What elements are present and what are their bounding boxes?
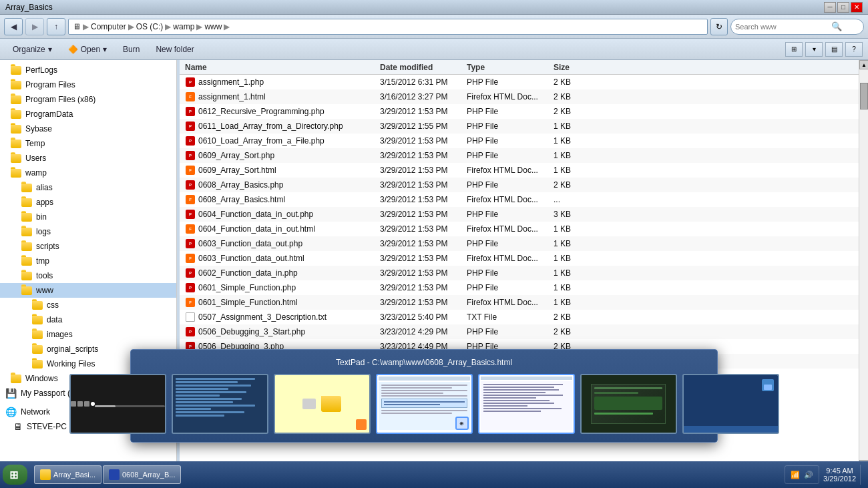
preview-pane-button[interactable]: ▤	[825, 42, 843, 57]
close-button[interactable]: ✕	[851, 2, 863, 13]
taskbar-popup: TextPad - C:\wamp\www\0608_Array_Basics.…	[130, 349, 718, 443]
file-type: PHP File	[467, 136, 554, 146]
view-arrow-button[interactable]: ▾	[805, 42, 823, 57]
search-input[interactable]	[735, 23, 829, 31]
address-path[interactable]: 🖥 ▶ Computer ▶ OS (C:) ▶ wamp ▶ www ▶	[68, 19, 708, 35]
burn-button[interactable]: Burn	[116, 41, 147, 58]
maximize-button[interactable]: □	[837, 2, 849, 13]
table-row[interactable]: P0609_Array_Sort.php 3/29/2012 1:53 PM P…	[180, 148, 859, 163]
thumb-desktop[interactable]	[682, 374, 779, 434]
table-row[interactable]: F0609_Array_Sort.html 3/29/2012 1:53 PM …	[180, 163, 859, 178]
sidebar-item-alias[interactable]: alias	[0, 180, 176, 195]
col-type-header[interactable]: Type	[467, 63, 554, 72]
breadcrumb-www[interactable]: www	[204, 22, 222, 31]
breadcrumb-drive[interactable]: OS (C:)	[136, 22, 164, 31]
sidebar-label: images	[47, 330, 73, 339]
view-options-button[interactable]: ⊞	[785, 42, 803, 57]
up-button[interactable]: ↑	[47, 18, 65, 35]
clock-date: 3/29/2012	[823, 475, 856, 483]
taskbar-task2[interactable]: 0608_Array_B...	[103, 465, 182, 484]
breadcrumb-computer[interactable]: Computer	[91, 22, 126, 31]
table-row[interactable]: P0611_Load_Array_from_a_Directory.php 3/…	[180, 119, 859, 134]
table-row[interactable]: P0604_Function_data_in_out.php 3/29/2012…	[180, 207, 859, 222]
col-size-header[interactable]: Size	[554, 63, 607, 72]
table-row[interactable]: P0602_Function_data_in.php 3/29/2012 1:5…	[180, 266, 859, 280]
sidebar-item-css[interactable]: css	[0, 298, 176, 312]
sidebar-item-programfiles[interactable]: Program Files	[0, 77, 176, 92]
scroll-thumb[interactable]	[860, 83, 868, 109]
file-size: 1 KB	[554, 239, 607, 248]
file-type: PHP File	[467, 151, 554, 160]
sidebar-item-logs[interactable]: logs	[0, 224, 176, 239]
col-name-header[interactable]: Name	[180, 63, 380, 72]
sidebar-item-apps[interactable]: apps	[0, 195, 176, 210]
file-type: Firefox HTML Doc...	[467, 224, 554, 234]
breadcrumb-arrow3: ▶	[165, 22, 171, 31]
search-box[interactable]: 🔍	[730, 19, 864, 35]
sidebar-item-scripts[interactable]: scripts	[0, 239, 176, 254]
sidebar-item-bin[interactable]: bin	[0, 210, 176, 224]
sidebar-item-tmp[interactable]: tmp	[0, 254, 176, 268]
table-row[interactable]: F0603_Function_data_out.html 3/29/2012 1…	[180, 251, 859, 266]
sidebar-item-data[interactable]: data	[0, 312, 176, 327]
table-row[interactable]: F0601_Simple_Function.html 3/29/2012 1:5…	[180, 295, 859, 310]
back-button[interactable]: ◀	[4, 18, 23, 35]
sidebar-label: STEVE-PC	[27, 422, 67, 431]
table-row[interactable]: P0506_Debugging_3_Start.php 3/23/2012 4:…	[180, 324, 859, 339]
breadcrumb-wamp[interactable]: wamp	[173, 22, 194, 31]
scroll-up-arrow[interactable]: ▲	[859, 60, 868, 69]
right-scrollbar[interactable]: ▲ ▼	[859, 60, 868, 469]
col-date-header[interactable]: Date modified	[380, 63, 467, 72]
organize-button[interactable]: Organize ▾	[5, 41, 59, 58]
table-row[interactable]: P0601_Simple_Function.php 3/29/2012 1:53…	[180, 280, 859, 295]
clock[interactable]: 9:45 AM 3/29/2012	[821, 467, 859, 483]
thumb-dark[interactable]	[580, 374, 677, 434]
sidebar-item-tools[interactable]: tools	[0, 268, 176, 283]
file-name: 0608_Array_Basics.php	[198, 180, 283, 190]
thumb-container-browser: ⊕	[376, 374, 473, 434]
php-icon: P	[185, 180, 196, 190]
file-name: 0603_Function_data_out.html	[198, 254, 304, 263]
sidebar-item-users[interactable]: Users	[0, 151, 176, 166]
scroll-track[interactable]	[859, 69, 868, 460]
table-row[interactable]: F0604_Function_data_in_out.html 3/29/201…	[180, 222, 859, 236]
thumb-textpad[interactable]	[478, 374, 575, 434]
clock-time: 9:45 AM	[823, 467, 856, 475]
table-row[interactable]: Passignment_1.php 3/15/2012 6:31 PM PHP …	[180, 75, 859, 89]
sidebar-item-perflogs[interactable]: PerfLogs	[0, 63, 176, 77]
new-folder-button[interactable]: New folder	[148, 41, 201, 58]
table-row[interactable]: P0608_Array_Basics.php 3/29/2012 1:53 PM…	[180, 178, 859, 192]
php-icon: P	[185, 209, 196, 220]
forward-button[interactable]: ▶	[25, 18, 44, 35]
file-size: 1 KB	[554, 166, 607, 175]
thumb-audio[interactable]	[69, 374, 166, 434]
sidebar-item-programfiles86[interactable]: Program Files (x86)	[0, 92, 176, 107]
tray-volume-icon: 🔊	[804, 471, 813, 479]
table-row[interactable]: P0610_Load_Array_from_a_File.php 3/29/20…	[180, 134, 859, 148]
sidebar-item-images[interactable]: images	[0, 327, 176, 342]
table-row[interactable]: P0603_Function_data_out.php 3/29/2012 1:…	[180, 236, 859, 251]
help-button[interactable]: ?	[845, 42, 863, 57]
open-button[interactable]: 🔶 Open ▾	[61, 41, 114, 58]
table-row[interactable]: F0608_Array_Basics.html 3/29/2012 1:53 P…	[180, 192, 859, 207]
minimize-button[interactable]: ─	[824, 2, 836, 13]
table-row[interactable]: P0612_Recursive_Programming.php 3/29/201…	[180, 104, 859, 119]
sidebar-item-sybase[interactable]: Sybase	[0, 121, 176, 136]
sidebar-item-wamp[interactable]: wamp	[0, 166, 176, 180]
html-icon: F	[185, 165, 196, 176]
thumb-explorer[interactable]	[274, 374, 371, 434]
taskbar-task1[interactable]: Array_Basi...	[34, 465, 101, 484]
table-row[interactable]: 0507_Assignment_3_Description.txt 3/23/2…	[180, 310, 859, 324]
file-type: PHP File	[467, 327, 554, 336]
thumb-browser[interactable]: ⊕	[376, 374, 473, 434]
html-icon: F	[185, 224, 196, 234]
refresh-button[interactable]: ↻	[710, 18, 728, 35]
table-row[interactable]: Fassignment_1.html 3/16/2012 3:27 PM Fir…	[180, 89, 859, 104]
start-button[interactable]: ⊞	[3, 465, 27, 485]
thumb-code[interactable]	[172, 374, 268, 434]
sidebar-item-programdata[interactable]: ProgramData	[0, 107, 176, 121]
sidebar-item-www[interactable]: www	[0, 283, 176, 298]
sidebar-item-temp[interactable]: Temp	[0, 136, 176, 151]
show-desktop-button[interactable]	[860, 465, 865, 485]
sidebar-label: data	[47, 315, 62, 324]
